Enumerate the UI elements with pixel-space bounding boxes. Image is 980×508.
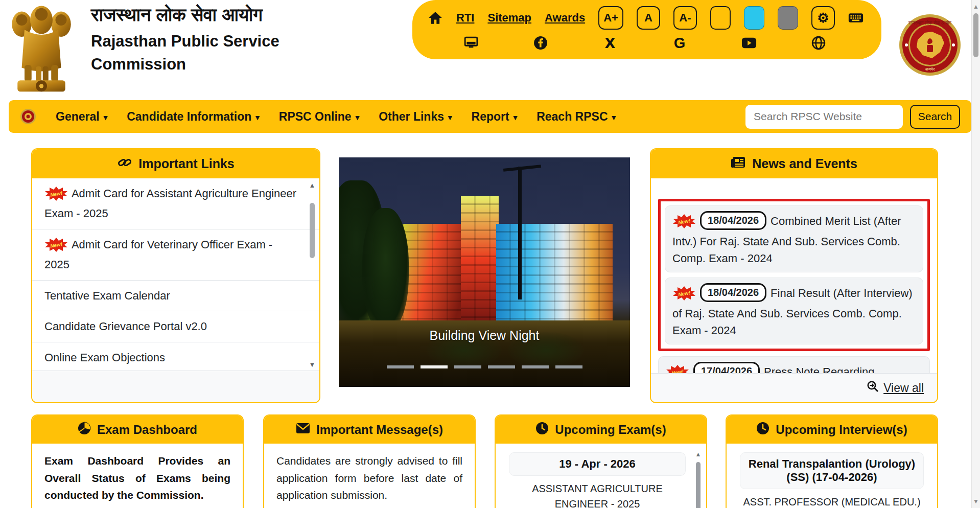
carousel-indicators xyxy=(339,365,630,368)
upcoming-exams-scrollbar[interactable]: ▲ xyxy=(694,451,702,508)
site-title-english: Rajasthan Public Service Commission xyxy=(91,30,316,76)
new-badge-icon: New! xyxy=(44,238,68,257)
upcoming-interview-title[interactable]: Renal Transpalantion (Urology) (SS) (17-… xyxy=(740,452,924,489)
important-link-item[interactable]: Candidate Grievance Portal v2.0 xyxy=(32,311,319,342)
scroll-up-icon[interactable]: ▲ xyxy=(694,451,702,458)
font-normal-button[interactable]: A xyxy=(637,6,660,30)
news-date-badge: 18/04/2026 xyxy=(700,211,766,230)
main-navbar: General▾ Candidate Information▾ RPSC Onl… xyxy=(9,100,971,133)
carousel-indicator-5[interactable] xyxy=(522,365,549,368)
scroll-up-icon[interactable]: ▲ xyxy=(308,181,316,189)
page-scrollbar[interactable]: ▲ ▼ xyxy=(971,0,980,508)
chevron-down-icon: ▾ xyxy=(104,112,108,121)
important-link-item[interactable]: New! Admit Card for Assistant Agricultur… xyxy=(32,178,319,229)
new-badge-icon: New! xyxy=(672,286,696,305)
nav-menu-rpsc-online[interactable]: RPSC Online▾ xyxy=(279,110,359,124)
exam-dashboard-title: Exam Dashboard xyxy=(97,423,197,437)
utility-row: RTI Sitemap Awards A+ A A- ⚙ xyxy=(412,0,881,30)
chevron-down-icon: ▾ xyxy=(612,112,616,121)
screen-reader-monitor-icon[interactable] xyxy=(463,35,479,51)
exam-dashboard-header: Exam Dashboard xyxy=(32,415,243,444)
nav-menu-other-links[interactable]: Other Links▾ xyxy=(379,110,452,124)
carousel-indicator-1[interactable] xyxy=(387,365,414,368)
highlight-annotation-box: New!18/04/2026Combined Merit List (After… xyxy=(658,199,930,351)
nav-menu-general[interactable]: General▾ xyxy=(56,110,107,124)
magnifier-arrow-icon xyxy=(867,380,879,396)
nav-menu-report[interactable]: Report▾ xyxy=(472,110,518,124)
important-links-scrollbar[interactable]: ▲ ▼ xyxy=(308,181,316,368)
scrollbar-thumb[interactable] xyxy=(973,13,978,57)
search-input[interactable] xyxy=(745,105,903,129)
google-icon[interactable]: G xyxy=(672,35,687,51)
navbar-seal-icon xyxy=(20,108,36,125)
theme-gray-swatch[interactable] xyxy=(778,6,798,30)
news-title: News and Events xyxy=(752,156,857,171)
upcoming-exams-header: Upcoming Exam(s) xyxy=(496,415,706,444)
important-link-item[interactable]: Online Exam Objections xyxy=(32,342,319,372)
important-messages-text: Candidates are strongly advised to fill … xyxy=(276,452,462,504)
newspaper-icon xyxy=(731,156,746,172)
nav-menu-reach-rpsc[interactable]: Reach RPSC▾ xyxy=(536,110,616,124)
carousel-indicator-6[interactable] xyxy=(555,365,582,368)
rpsc-homepage: राजस्थान लोक सेवा आयोग Rajasthan Public … xyxy=(0,0,980,508)
link-rti[interactable]: RTI xyxy=(456,11,474,25)
link-sitemap[interactable]: Sitemap xyxy=(487,11,531,25)
font-increase-button[interactable]: A+ xyxy=(598,6,623,30)
site-title: राजस्थान लोक सेवा आयोग Rajasthan Public … xyxy=(91,3,326,76)
nav-menu-candidate-information[interactable]: Candidate Information▾ xyxy=(127,110,260,124)
important-link-item[interactable]: New! Admit Card for Veterinary Officer E… xyxy=(32,229,319,281)
envelope-icon xyxy=(296,423,310,437)
carousel-image-tree xyxy=(362,208,409,332)
important-link-item[interactable]: Tentative Exam Calendar xyxy=(32,281,319,312)
virtual-keyboard-icon[interactable] xyxy=(848,10,864,26)
pie-chart-icon xyxy=(78,422,91,438)
news-header: News and Events xyxy=(651,149,937,178)
news-item[interactable]: New!18/04/2026Combined Merit List (After… xyxy=(665,205,923,272)
important-messages-title: Important Message(s) xyxy=(316,423,443,437)
important-links-list: New! Admit Card for Assistant Agricultur… xyxy=(32,178,319,372)
scroll-up-icon[interactable]: ▲ xyxy=(972,3,980,10)
svg-text:राजस्थान लोक सेवा आयोग: राजस्थान लोक सेवा आयोग xyxy=(908,20,951,26)
news-item[interactable]: New!18/04/2026Final Result (After Interv… xyxy=(665,278,923,344)
upcoming-exams-title: Upcoming Exam(s) xyxy=(555,423,666,437)
upcoming-exam-name[interactable]: ASSISTANT AGRICULTURE ENGINEER - 2025 xyxy=(509,481,686,508)
globe-language-icon[interactable] xyxy=(811,35,826,51)
carousel-image-building-right xyxy=(496,224,613,327)
new-badge-icon: New! xyxy=(672,214,696,233)
scroll-down-icon[interactable]: ▼ xyxy=(972,498,980,505)
youtube-icon[interactable] xyxy=(741,35,757,51)
upcoming-interview-name[interactable]: ASST. PROFESSOR (MEDICAL EDU.) 2021 xyxy=(740,494,924,508)
news-list: New!18/04/2026Combined Merit List (After… xyxy=(651,178,937,403)
scrollbar-thumb[interactable] xyxy=(310,203,315,258)
view-all-link[interactable]: View all xyxy=(867,380,924,396)
home-icon[interactable] xyxy=(428,10,443,26)
photo-carousel[interactable]: Building View Night xyxy=(339,157,630,387)
settings-gear-icon[interactable]: ⚙ xyxy=(811,6,835,30)
social-icons-row: X G xyxy=(412,30,881,53)
scrollbar-thumb[interactable] xyxy=(696,462,701,508)
upcoming-interviews-header: Upcoming Interview(s) xyxy=(727,415,937,444)
rpsc-seal-logo: राजस्थान लोक सेवा आयोग अजमेर xyxy=(898,13,962,77)
x-twitter-icon[interactable]: X xyxy=(602,35,618,51)
scroll-down-icon[interactable]: ▼ xyxy=(308,361,316,368)
carousel-indicator-4[interactable] xyxy=(488,365,515,368)
carousel-image-lamp-pole xyxy=(518,167,522,299)
upcoming-interviews-title: Upcoming Interview(s) xyxy=(776,423,907,437)
theme-default-swatch[interactable] xyxy=(710,6,731,30)
carousel-indicator-3[interactable] xyxy=(454,365,481,368)
chevron-down-icon: ▾ xyxy=(448,112,452,121)
facebook-icon[interactable] xyxy=(533,35,548,51)
carousel-indicator-2-active[interactable] xyxy=(421,365,448,368)
clock-icon xyxy=(535,422,549,438)
upcoming-exam-date[interactable]: 19 - Apr - 2026 xyxy=(509,452,686,476)
search-button[interactable]: Search xyxy=(910,105,960,129)
link-awards[interactable]: Awards xyxy=(545,11,585,25)
news-date-badge: 18/04/2026 xyxy=(700,283,766,302)
font-decrease-button[interactable]: A- xyxy=(673,6,697,30)
theme-cyan-swatch[interactable] xyxy=(744,6,764,30)
important-links-header: Important Links xyxy=(32,149,319,178)
svg-text:अजमेर: अजमेर xyxy=(925,66,936,72)
news-footer: View all xyxy=(651,373,937,402)
chevron-down-icon: ▾ xyxy=(255,112,260,121)
important-messages-header: Important Message(s) xyxy=(264,415,475,444)
